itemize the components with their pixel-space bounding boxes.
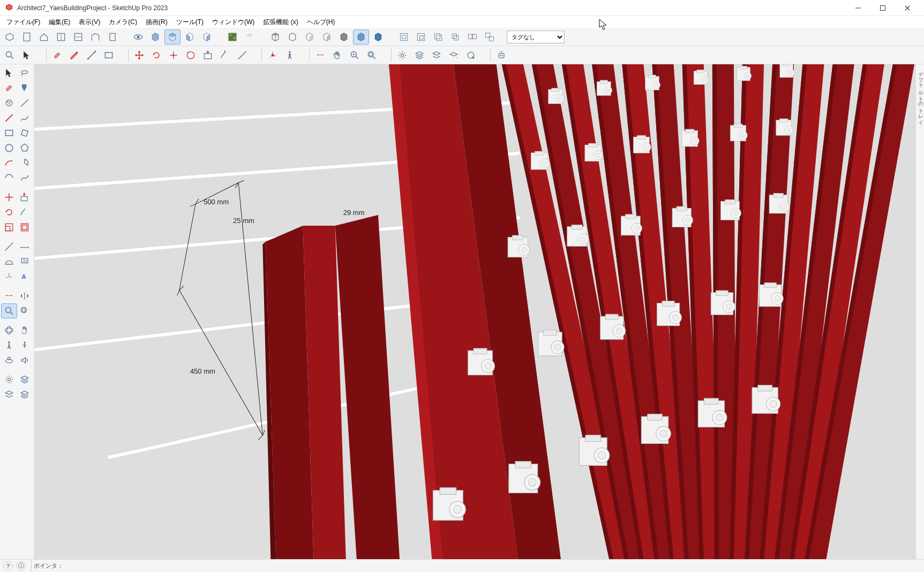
close-button[interactable] xyxy=(895,0,920,16)
paint-tool[interactable] xyxy=(17,80,33,95)
zoom-ext-icon[interactable] xyxy=(347,48,363,63)
zoom-win-icon[interactable] xyxy=(364,48,380,63)
rotate-icon[interactable] xyxy=(148,48,164,63)
rect-tool[interactable] xyxy=(1,125,17,140)
template-plan-icon[interactable] xyxy=(53,29,69,44)
view-front-icon[interactable] xyxy=(182,29,198,44)
template-page-icon[interactable] xyxy=(104,29,121,44)
text-tool[interactable]: A1 xyxy=(17,254,33,269)
right-tray-collapsed[interactable]: デフォルトのトレイ xyxy=(915,64,924,559)
pan-icon[interactable] xyxy=(329,48,345,63)
sandbox-tool[interactable] xyxy=(17,372,33,387)
dim-tool[interactable] xyxy=(17,239,33,254)
protractor-tool[interactable] xyxy=(1,254,17,269)
scale-tool[interactable] xyxy=(1,220,17,235)
layers2-icon[interactable] xyxy=(429,48,445,63)
template-new-icon[interactable] xyxy=(19,29,35,44)
style-wireframe-icon[interactable] xyxy=(267,29,283,44)
ctx-e-icon[interactable] xyxy=(464,29,480,44)
template-section-icon[interactable] xyxy=(70,29,86,44)
status-info-icon[interactable]: ⓘ xyxy=(16,561,26,571)
view-iso-icon[interactable] xyxy=(147,29,163,44)
section-icon[interactable] xyxy=(312,48,328,63)
offset-icon[interactable] xyxy=(183,48,199,63)
orbit-tool[interactable] xyxy=(1,323,17,338)
menu-draw[interactable]: 描画(R) xyxy=(141,17,172,28)
walk-icon[interactable] xyxy=(282,48,298,63)
template-model-icon[interactable] xyxy=(2,29,18,44)
view-orbit-icon[interactable] xyxy=(130,29,146,44)
texture-map-icon[interactable] xyxy=(224,29,241,44)
line-icon[interactable] xyxy=(84,48,100,63)
move-tool[interactable] xyxy=(1,190,17,205)
layers1-icon[interactable] xyxy=(411,48,427,63)
minimize-button[interactable] xyxy=(846,0,870,16)
pan-tool[interactable] xyxy=(17,323,33,338)
pushpull-tool[interactable] xyxy=(17,190,33,205)
texture-blank-icon[interactable] xyxy=(242,29,258,44)
lasso-tool[interactable] xyxy=(17,65,33,80)
mirror-tool[interactable] xyxy=(17,288,33,303)
pencil-icon[interactable] xyxy=(66,48,82,63)
tag-dropdown[interactable]: タグなし xyxy=(507,31,565,43)
ctx-a-icon[interactable] xyxy=(396,29,412,44)
ctx-d-icon[interactable] xyxy=(447,29,463,44)
rotate-tool[interactable] xyxy=(1,205,17,220)
section-tool[interactable] xyxy=(1,288,17,303)
ctx-c-icon[interactable] xyxy=(430,29,446,44)
circle-tool[interactable] xyxy=(1,140,17,155)
view-side-icon[interactable] xyxy=(199,29,215,44)
polygon-tool[interactable] xyxy=(17,140,33,155)
offset-tool[interactable] xyxy=(17,220,33,235)
tape-icon[interactable] xyxy=(234,48,250,63)
position-tool[interactable] xyxy=(1,353,17,368)
menu-view[interactable]: 表示(V) xyxy=(74,17,104,28)
bezier-tool[interactable] xyxy=(17,170,33,185)
layers-tool[interactable] xyxy=(1,387,17,402)
rect-icon[interactable] xyxy=(101,48,117,63)
template-elevation-icon[interactable] xyxy=(87,29,103,44)
arc3-tool[interactable] xyxy=(1,170,17,185)
pie-tool[interactable] xyxy=(17,155,33,170)
ctx-f-icon[interactable] xyxy=(482,29,498,44)
style-mono-icon[interactable] xyxy=(336,29,352,44)
lookaround-tool[interactable] xyxy=(17,338,33,353)
line-tool[interactable] xyxy=(1,110,17,125)
menu-tools[interactable]: ツール(T) xyxy=(172,17,208,28)
status-help-icon[interactable]: ? xyxy=(3,561,13,571)
menu-help[interactable]: ヘルプ(H) xyxy=(303,17,340,28)
3dtext-tool[interactable]: A xyxy=(17,269,33,284)
tape-tool[interactable] xyxy=(1,239,17,254)
zoomwin-tool[interactable] xyxy=(17,303,33,318)
zoom-tool[interactable] xyxy=(1,303,17,318)
followme-tool[interactable] xyxy=(17,205,33,220)
select-arrow-icon[interactable] xyxy=(19,48,35,63)
layers3-icon[interactable] xyxy=(446,48,462,63)
eraser-icon[interactable] xyxy=(49,48,65,63)
pushpull-icon[interactable] xyxy=(200,48,216,63)
move-icon[interactable] xyxy=(131,48,147,63)
menu-extensions[interactable]: 拡張機能 (x) xyxy=(259,17,302,28)
eraser-tool[interactable] xyxy=(1,80,17,95)
axes-tool[interactable] xyxy=(1,269,17,284)
material-tool[interactable] xyxy=(1,95,17,110)
style-shaded-icon[interactable] xyxy=(302,29,318,44)
menu-file[interactable]: ファイル(F) xyxy=(2,17,44,28)
layers4-icon[interactable] xyxy=(463,48,479,63)
menu-window[interactable]: ウィンドウ(W) xyxy=(208,17,259,28)
style-back-icon[interactable] xyxy=(370,29,386,44)
style-hidden-icon[interactable] xyxy=(284,29,301,44)
gear-tool[interactable] xyxy=(1,372,17,387)
scale-icon[interactable] xyxy=(166,48,182,63)
freehand-tool[interactable] xyxy=(17,110,33,125)
template-house-icon[interactable] xyxy=(36,29,52,44)
gear-icon[interactable] xyxy=(394,48,410,63)
menu-camera[interactable]: カメラ(C) xyxy=(104,17,141,28)
walk-tool[interactable] xyxy=(1,338,17,353)
viewport-3d[interactable]: 500 mm 25 mm 29 mm 450 mm xyxy=(34,64,915,559)
clear-tool[interactable] xyxy=(17,95,33,110)
zoom-icon[interactable] xyxy=(2,48,18,63)
arc-tool[interactable] xyxy=(1,155,17,170)
style-shaded-tex-icon[interactable] xyxy=(319,29,335,44)
audio-tool[interactable] xyxy=(17,353,33,368)
